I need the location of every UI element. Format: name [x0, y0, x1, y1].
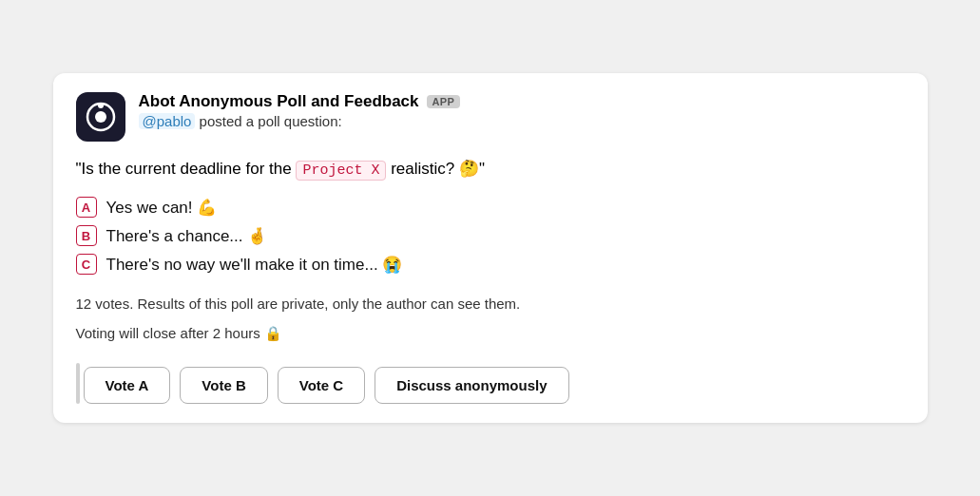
poll-content: "Is the current deadline for the Project…: [76, 157, 905, 405]
app-badge: APP: [427, 95, 461, 108]
option-a-text: Yes we can! 💪: [106, 198, 218, 218]
option-a-letter: A: [76, 197, 97, 218]
option-a-row: A Yes we can! 💪: [76, 197, 905, 218]
buttons-area: Vote A Vote B Vote C Discuss anonymously: [84, 363, 905, 404]
discuss-anonymously-button[interactable]: Discuss anonymously: [375, 367, 568, 404]
poll-question: "Is the current deadline for the Project…: [76, 157, 905, 182]
votes-meta: 12 votes. Results of this poll are priva…: [76, 294, 905, 315]
bot-avatar: [76, 92, 125, 142]
option-b-row: B There's a chance... 🤞: [76, 225, 905, 246]
option-c-text: There's no way we'll make it on time... …: [106, 255, 403, 275]
poll-card: Abot Anonymous Poll and Feedback APP @pa…: [53, 73, 928, 424]
option-b-letter: B: [76, 225, 97, 246]
svg-point-1: [95, 111, 106, 123]
card-header: Abot Anonymous Poll and Feedback APP @pa…: [76, 92, 905, 142]
option-c-row: C There's no way we'll make it on time..…: [76, 254, 905, 275]
poll-options: A Yes we can! 💪 B There's a chance... 🤞 …: [76, 197, 905, 275]
svg-point-2: [98, 103, 104, 108]
closing-text: Voting will close after 2 hours 🔒: [76, 323, 905, 345]
buttons-section: Vote A Vote B Vote C Discuss anonymously: [76, 363, 905, 404]
vote-a-button[interactable]: Vote A: [84, 367, 171, 404]
app-title-row: Abot Anonymous Poll and Feedback APP: [139, 92, 461, 111]
buttons-row: Vote A Vote B Vote C Discuss anonymously: [84, 367, 905, 404]
app-title: Abot Anonymous Poll and Feedback: [139, 92, 419, 111]
option-b-text: There's a chance... 🤞: [106, 226, 268, 246]
question-suffix: realistic? 🤔": [386, 160, 485, 178]
left-accent-bar: [76, 363, 80, 404]
project-tag: Project X: [296, 161, 386, 181]
user-mention: @pablo: [139, 113, 196, 129]
option-c-letter: C: [76, 254, 97, 275]
vote-c-button[interactable]: Vote C: [278, 367, 365, 404]
subtitle-suffix: posted a poll question:: [195, 113, 341, 129]
app-subtitle: @pablo posted a poll question:: [139, 113, 461, 129]
question-prefix: "Is the current deadline for the: [76, 160, 297, 178]
header-text: Abot Anonymous Poll and Feedback APP @pa…: [139, 92, 461, 129]
vote-b-button[interactable]: Vote B: [180, 367, 267, 404]
